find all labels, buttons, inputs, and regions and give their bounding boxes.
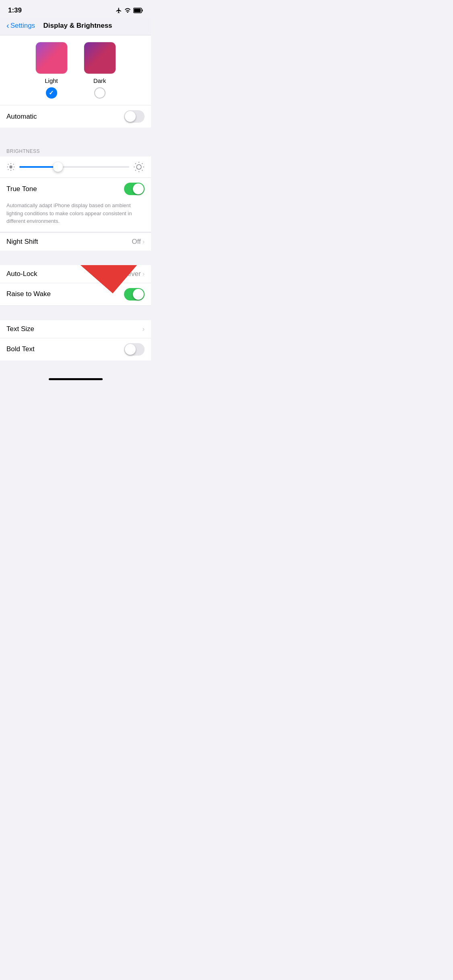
automatic-group: Automatic — [0, 105, 151, 128]
status-time: 1:39 — [8, 6, 22, 14]
separator-1 — [0, 128, 151, 142]
toggle-thumb — [125, 111, 136, 122]
separator-3 — [0, 306, 151, 320]
night-shift-value: Off › — [132, 238, 145, 246]
true-tone-toggle[interactable] — [124, 183, 145, 195]
bold-text-row: Bold Text — [0, 338, 151, 360]
slider-thumb[interactable] — [53, 162, 63, 172]
true-tone-description: Automatically adapt iPhone display based… — [0, 200, 151, 232]
light-preview — [35, 42, 68, 74]
night-shift-group: Night Shift Off › — [0, 233, 151, 251]
text-size-value: › — [143, 325, 145, 333]
light-radio[interactable]: ✓ — [46, 87, 57, 99]
auto-lock-chevron-icon: › — [143, 270, 145, 278]
bottom-spacer — [0, 360, 151, 375]
svg-rect-2 — [142, 10, 143, 12]
appearance-section: Light ✓ Dark — [0, 35, 151, 105]
true-tone-desc-text: Automatically adapt iPhone display based… — [6, 202, 132, 224]
text-size-chevron-icon: › — [143, 325, 145, 333]
svg-point-4 — [137, 165, 141, 169]
slider-fill — [19, 166, 58, 168]
text-size-label: Text Size — [6, 325, 34, 333]
autolock-group: Auto-Lock Never › Raise to Wake — [0, 265, 151, 306]
dark-preview — [84, 42, 116, 74]
home-indicator — [0, 375, 151, 382]
night-shift-row[interactable]: Night Shift Off › — [0, 233, 151, 251]
auto-lock-row[interactable]: Auto-Lock Never › — [0, 265, 151, 283]
page-title: Display & Brightness — [35, 22, 120, 30]
checkmark-icon: ✓ — [49, 89, 54, 97]
true-tone-label: True Tone — [6, 185, 37, 193]
raise-to-wake-label: Raise to Wake — [6, 290, 51, 298]
brightness-slider[interactable] — [19, 163, 129, 171]
text-size-row[interactable]: Text Size › — [0, 320, 151, 338]
brightness-slider-section — [0, 156, 151, 178]
dark-mode-option[interactable]: Dark — [84, 42, 116, 99]
brightness-header: BRIGHTNESS — [0, 142, 151, 156]
automatic-row: Automatic — [0, 105, 151, 128]
auto-lock-value: Never › — [122, 270, 145, 278]
status-bar: 1:39 — [0, 0, 151, 18]
dark-radio[interactable] — [94, 87, 105, 99]
back-label: Settings — [10, 22, 35, 30]
battery-icon — [133, 8, 143, 13]
raise-to-wake-toggle-thumb — [133, 289, 144, 300]
svg-point-3 — [9, 165, 12, 168]
light-mode-option[interactable]: Light ✓ — [35, 42, 68, 99]
raise-to-wake-toggle[interactable] — [124, 288, 145, 301]
true-tone-group: True Tone Automatically adapt iPhone dis… — [0, 178, 151, 232]
night-shift-label: Night Shift — [6, 238, 38, 246]
separator-2 — [0, 251, 151, 265]
dark-label: Dark — [93, 77, 106, 84]
sun-large-icon — [133, 161, 145, 173]
airplane-icon — [116, 7, 122, 14]
home-bar — [49, 378, 103, 380]
sun-small-icon — [6, 163, 15, 171]
nav-bar: ‹ Settings Display & Brightness — [0, 18, 151, 35]
slider-track — [19, 166, 129, 168]
true-tone-toggle-thumb — [133, 183, 144, 194]
wifi-icon — [124, 7, 131, 14]
auto-lock-label: Auto-Lock — [6, 270, 37, 278]
true-tone-row: True Tone — [0, 178, 151, 200]
back-button[interactable]: ‹ Settings — [6, 21, 35, 30]
brightness-section-label: BRIGHTNESS — [6, 148, 40, 154]
bold-text-label: Bold Text — [6, 345, 35, 353]
chevron-right-icon: › — [143, 238, 145, 245]
svg-rect-1 — [134, 9, 141, 12]
automatic-label: Automatic — [6, 113, 37, 121]
raise-to-wake-row: Raise to Wake — [0, 283, 151, 306]
bold-text-toggle-thumb — [125, 344, 136, 355]
light-label: Light — [45, 77, 58, 84]
bold-text-toggle[interactable] — [124, 343, 145, 356]
status-icons — [116, 7, 143, 14]
automatic-toggle[interactable] — [124, 110, 145, 123]
brightness-row — [6, 161, 145, 173]
back-chevron-icon: ‹ — [6, 21, 9, 30]
text-group: Text Size › Bold Text — [0, 320, 151, 360]
